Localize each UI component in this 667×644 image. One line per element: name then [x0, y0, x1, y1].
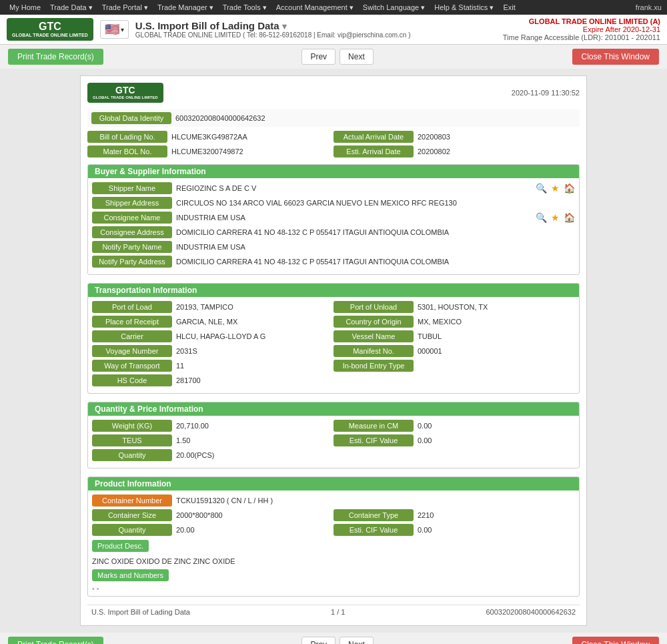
country-origin-half: Country of Origin MX, MEXICO: [334, 316, 575, 328]
shipper-name-value: REGIOZINC S A DE C V: [176, 184, 532, 192]
logo-gtc: GTC: [39, 21, 61, 33]
top-nav: My Home Trade Data ▾ Trade Portal ▾ Trad…: [0, 0, 667, 15]
nav-account-management[interactable]: Account Management ▾: [272, 0, 358, 15]
consignee-address-value: DOMICILIO CARRERA 41 NO 48-132 C P 05541…: [176, 228, 575, 236]
nav-trade-portal[interactable]: Trade Portal ▾: [98, 0, 152, 15]
print-button-bottom[interactable]: Print Trade Record(s): [8, 637, 103, 644]
logo-sub: GLOBAL TRADE ONLINE LIMITED: [12, 33, 88, 38]
container-type-value: 2210: [418, 511, 575, 519]
container-number-row: Container Number TCKU1591320 ( CN / L / …: [92, 495, 575, 507]
nav-help-statistics[interactable]: Help & Statistics ▾: [430, 0, 498, 15]
nav-trade-tools[interactable]: Trade Tools ▾: [219, 0, 271, 15]
consignee-home-icon[interactable]: 🏠: [564, 212, 575, 223]
marks-numbers-label: Marks and Numbers: [92, 569, 169, 581]
next-button-top[interactable]: Next: [340, 49, 374, 65]
esti-cif-label: Esti. CIF Value: [334, 434, 414, 446]
notify-party-address-label: Notify Party Address: [92, 256, 172, 268]
header-bar: GTC GLOBAL TRADE ONLINE LIMITED 🇺🇸 ▾ U.S…: [0, 15, 667, 45]
bol-row: Bill of Lading No. HLCUME3KG49872AA Actu…: [87, 131, 580, 143]
nav-switch-language[interactable]: Switch Language ▾: [359, 0, 429, 15]
prev-button-top[interactable]: Prev: [301, 49, 336, 65]
port-load-label: Port of Load: [92, 301, 172, 313]
print-button-top[interactable]: Print Trade Record(s): [8, 49, 103, 65]
shipper-home-icon[interactable]: 🏠: [564, 183, 575, 194]
product-desc-value: ZINC OXIDE OXIDO DE ZINC ZINC OXIDE: [92, 557, 575, 565]
bol-left: Bill of Lading No. HLCUME3KG49872AA: [87, 131, 334, 143]
container-number-label: Container Number: [92, 495, 172, 507]
qp-row-2: TEUS 1.50 Esti. CIF Value 0.00: [92, 434, 575, 446]
expire-date: Expire After 2020-12-31: [503, 25, 660, 33]
vessel-name-label: Vessel Name: [334, 330, 414, 342]
flag-selector[interactable]: 🇺🇸 ▾: [100, 20, 129, 39]
global-data-row: Global Data Identity 6003202008040000642…: [87, 109, 580, 127]
port-load-half: Port of Load 20193, TAMPICO: [92, 301, 334, 313]
close-button-bottom[interactable]: Close This Window: [572, 637, 659, 644]
nav-trade-manager[interactable]: Trade Manager ▾: [153, 0, 217, 15]
bol-no-label: Bill of Lading No.: [87, 131, 167, 143]
way-transport-label: Way of Transport: [92, 360, 172, 372]
shipper-address-label: Shipper Address: [92, 197, 172, 209]
country-origin-value: MX, MEXICO: [418, 318, 575, 326]
shipper-search-icon[interactable]: 🔍: [536, 183, 547, 194]
way-transport-half: Way of Transport 11: [92, 360, 334, 372]
country-origin-label: Country of Origin: [334, 316, 414, 328]
nav-user: frank.xu: [636, 3, 662, 11]
bol-right: Actual Arrival Date 20200803: [334, 131, 580, 143]
mater-bol-right: Esti. Arrival Date 20200802: [334, 145, 580, 157]
transport-row-5: Way of Transport 11 In-bond Entry Type: [92, 360, 575, 372]
mater-bol-value: HLCUME3200749872: [171, 147, 334, 155]
mater-bol-label: Mater BOL No.: [87, 145, 167, 157]
prod-cif-half: Esti. CIF Value 0.00: [334, 524, 575, 536]
weight-half: Weight (KG) 20,710.00: [92, 420, 334, 432]
qp-quantity-row: Quantity 20.00(PCS): [92, 449, 575, 461]
logo: GTC GLOBAL TRADE ONLINE LIMITED: [7, 18, 93, 40]
manifest-no-value: 000001: [418, 347, 575, 355]
buyer-supplier-body: Shipper Name REGIOZINC S A DE C V 🔍 ★ 🏠 …: [88, 178, 579, 274]
record-logo-gtc: GTC: [115, 85, 135, 95]
close-button-top[interactable]: Close This Window: [572, 49, 659, 65]
quantity-price-body: Weight (KG) 20,710.00 Measure in CM 0.00…: [88, 416, 579, 468]
consignee-star-icon[interactable]: ★: [551, 212, 560, 223]
place-receipt-value: GARCIA, NLE, MX: [176, 318, 334, 326]
nav-exit[interactable]: Exit: [499, 0, 519, 15]
quantity-value: 20.00(PCS): [176, 451, 575, 459]
in-bond-half: In-bond Entry Type: [334, 360, 575, 372]
prev-button-bottom[interactable]: Prev: [301, 637, 336, 644]
header-right: GLOBAL TRADE ONLINE LIMITED (A) Expire A…: [503, 17, 660, 41]
nav-trade-data[interactable]: Trade Data ▾: [46, 0, 97, 15]
transport-row-3: Carrier HLCU, HAPAG-LLOYD A G Vessel Nam…: [92, 330, 575, 342]
place-receipt-half: Place of Receipt GARCIA, NLE, MX: [92, 316, 334, 328]
container-type-label: Container Type: [334, 509, 414, 521]
notify-party-address-row: Notify Party Address DOMICILIO CARRERA 4…: [92, 256, 575, 268]
bol-no-value: HLCUME3KG49872AA: [171, 133, 334, 141]
consignee-search-icon[interactable]: 🔍: [536, 212, 547, 223]
shipper-address-row: Shipper Address CIRCULOS NO 134 ARCO VIA…: [92, 197, 575, 209]
esti-cif-value: 0.00: [418, 436, 575, 444]
container-size-label: Container Size: [92, 509, 172, 521]
prod-cif-value: 0.00: [418, 526, 575, 534]
global-data-value: 6003202008040000642632: [175, 114, 576, 122]
qp-row-1: Weight (KG) 20,710.00 Measure in CM 0.00: [92, 420, 575, 432]
port-unload-value: 5301, HOUSTON, TX: [418, 303, 575, 311]
page-title: U.S. Import Bill of Lading Data ▾: [135, 20, 411, 31]
manifest-no-label: Manifest No.: [334, 345, 414, 357]
notify-party-address-value: DOMICILIO CARRERA 41 NO 48-132 C P 05541…: [176, 258, 575, 266]
teus-label: TEUS: [92, 434, 172, 446]
mater-bol-row: Mater BOL No. HLCUME3200749872 Esti. Arr…: [87, 145, 580, 157]
teus-value: 1.50: [176, 436, 334, 444]
port-unload-label: Port of Unload: [334, 301, 414, 313]
buyer-supplier-section: Buyer & Supplier Information Shipper Nam…: [87, 164, 580, 275]
shipper-address-value: CIRCULOS NO 134 ARCO VIAL 66023 GARCIA N…: [176, 199, 575, 207]
next-button-bottom[interactable]: Next: [340, 637, 374, 644]
carrier-half: Carrier HLCU, HAPAG-LLOYD A G: [92, 330, 334, 342]
measure-value: 0.00: [418, 422, 575, 430]
shipper-star-icon[interactable]: ★: [551, 183, 560, 194]
buyer-supplier-header: Buyer & Supplier Information: [88, 165, 579, 178]
nav-my-home[interactable]: My Home: [5, 0, 45, 15]
manifest-no-half: Manifest No. 000001: [334, 345, 575, 357]
measure-label: Measure in CM: [334, 420, 414, 432]
product-row-2: Container Size 2000*800*800 Container Ty…: [92, 509, 575, 521]
company-name: GLOBAL TRADE ONLINE LIMITED (A): [503, 17, 660, 25]
measure-half: Measure in CM 0.00: [334, 420, 575, 432]
header-subtitle: GLOBAL TRADE ONLINE LIMITED ( Tel: 86-51…: [135, 31, 411, 39]
